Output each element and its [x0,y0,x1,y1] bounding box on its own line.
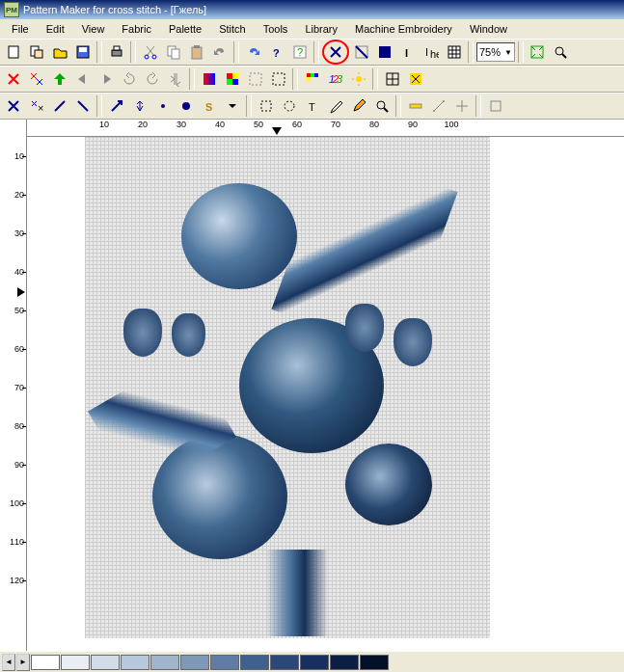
diag-button[interactable] [48,95,70,117]
menu-fabric[interactable]: Fabric [114,21,159,37]
quarter-stitch-button[interactable] [373,41,395,63]
arr-button[interactable] [105,95,127,117]
number-icon: 123 [328,71,343,87]
menu-machine-embroidery[interactable]: Machine Embroidery [347,21,460,37]
v-marker-icon [17,287,25,297]
menu-palette[interactable]: Palette [161,21,209,37]
eye-button[interactable] [324,95,346,117]
full-stitch-button[interactable] [325,41,347,63]
meas-icon [431,98,447,114]
menu-tools[interactable]: Tools [256,21,296,37]
cut-button[interactable] [139,41,161,63]
menu-file[interactable]: File [4,21,37,37]
swatch[interactable] [180,655,209,670]
bold-icon: I [400,44,416,60]
palette-button[interactable] [301,68,323,90]
selc-button[interactable] [278,95,300,117]
meas-button[interactable] [427,95,449,117]
flip-button[interactable] [164,68,186,90]
swatch[interactable] [300,655,329,670]
delete-x-button[interactable] [25,68,47,90]
zoomtool-button[interactable] [370,95,393,117]
diagr-button[interactable] [71,95,94,117]
redo-button[interactable] [242,41,264,63]
sun-button[interactable] [347,68,369,90]
prev-button[interactable] [71,68,94,90]
line-button[interactable]: Ihe [420,41,442,63]
swatch[interactable] [330,655,359,670]
dotb-button[interactable] [175,95,197,117]
swatch[interactable] [210,655,239,670]
text-button[interactable]: T [301,95,323,117]
menu-window[interactable]: Window [462,21,515,37]
swatch[interactable] [360,655,389,670]
help-button[interactable]: ? [265,41,287,63]
arrow-button[interactable] [48,68,70,90]
swatch[interactable] [270,655,299,670]
palette-prev-button[interactable]: ◄ [2,654,15,671]
open-button[interactable] [48,41,70,63]
checker-button[interactable] [221,68,243,90]
ruler-button[interactable] [404,95,426,117]
fit-button[interactable] [527,41,549,63]
swatch[interactable] [91,655,120,670]
xs-stitch-button[interactable]: × [25,95,47,117]
paste-button[interactable] [185,41,207,63]
rotate-button[interactable] [118,68,140,90]
palette-next-button[interactable]: ► [16,654,30,671]
extra-button[interactable] [484,95,506,117]
menu-library[interactable]: Library [297,21,345,37]
gridtool-button[interactable] [381,68,403,90]
s-drop-button[interactable] [221,95,243,117]
rotate2-button[interactable] [141,68,163,90]
pen-button[interactable] [347,95,369,117]
pattern-canvas[interactable] [85,137,490,638]
svg-line-28 [562,54,566,58]
swatch[interactable] [240,655,269,670]
arr2-button[interactable] [128,95,150,117]
zoom-all-button[interactable] [550,41,572,63]
selr-button[interactable] [255,95,277,117]
copy-icon [166,44,181,60]
zoom-value: 75% [479,46,501,58]
delete-button[interactable] [2,68,24,90]
gradient-button[interactable] [198,68,220,90]
vtick: 110 [0,523,26,561]
svg-point-43 [356,76,362,82]
xtool-button[interactable] [404,68,426,90]
swatch[interactable] [150,655,179,670]
new-wizard-button[interactable] [25,41,47,63]
grid-button[interactable] [443,41,465,63]
svg-rect-4 [79,47,87,52]
menu-view[interactable]: View [74,21,113,37]
svg-text:T: T [309,101,315,113]
about-button[interactable]: ? [288,41,311,63]
menu-edit[interactable]: Edit [39,21,72,37]
menu-stitch[interactable]: Stitch [211,21,254,37]
s-button[interactable]: S [198,95,220,117]
swatch[interactable] [121,655,149,670]
select2-button[interactable] [267,68,289,90]
new-button[interactable] [2,41,24,63]
bold-button[interactable]: I [396,41,419,63]
half-stitch-button[interactable] [350,41,372,63]
swatch[interactable] [61,655,90,670]
copy-button[interactable] [162,41,184,63]
s-icon: S [202,98,217,114]
select-button[interactable] [244,68,266,90]
number-button[interactable]: 123 [324,68,346,90]
quarter-stitch-icon [377,44,393,60]
sun-icon [351,71,366,87]
print-button[interactable] [105,41,127,63]
vtick: 70 [0,368,26,407]
save-button[interactable] [71,41,94,63]
swatch[interactable] [31,655,60,670]
dot-button[interactable] [151,95,174,117]
dropdown-icon: ▼ [504,48,512,57]
x-stitch-button[interactable] [2,95,24,117]
zoom-combo[interactable]: 75%▼ [476,42,515,62]
canvas-area[interactable]: 10 20 30 40 50 60 70 80 90 100 [27,120,624,651]
cross-button[interactable] [450,95,473,117]
next-button[interactable] [95,68,117,90]
undo-button[interactable] [208,41,231,63]
